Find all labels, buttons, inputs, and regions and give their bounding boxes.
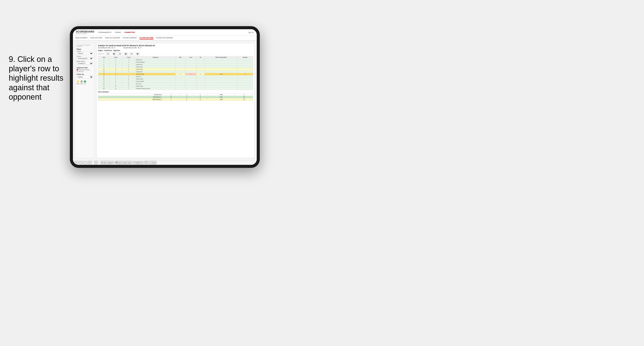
opponents-filter-label: Opponents:: [98, 53, 104, 54]
table-row[interactable]: 19106Emily Chang: [98, 85, 253, 87]
table-row[interactable]: 914Sharon Mun: [98, 66, 253, 68]
right-panel: Katelyn Vo Head-to-Head Grid for Women's…: [96, 43, 254, 158]
col-win: Win: [176, 56, 185, 59]
filters-row: Region Conference Opponent: [98, 50, 253, 52]
separator-1: [93, 162, 93, 164]
tablet-screen: SCOREBOARD Powered by clippd TOURNAMENTS…: [73, 29, 257, 165]
table-row[interactable]: 1691Jessica Mason: [98, 80, 253, 83]
opponent-view-title: Opponent view: [77, 67, 93, 68]
player-rank-label: Player (Rank): [77, 61, 93, 62]
nav-link-tournaments[interactable]: TOURNAMENTS: [98, 31, 111, 34]
logo-sub: Powered by clippd: [76, 33, 94, 34]
nav-links: TOURNAMENTS TEAMS COMMITTEE: [98, 31, 244, 34]
player-section-title: Player: [77, 48, 93, 50]
timestamp-time: 16:55:38: [77, 46, 93, 47]
player-rank-select[interactable]: 8. Katelyn Vo: [77, 62, 93, 65]
legend-level-circle: [80, 80, 83, 83]
gender-select[interactable]: Women's: [77, 52, 93, 55]
division-record: Division Record: 331 - 34 - 6: [124, 47, 141, 48]
opponent-filter-group: Opponent: [113, 50, 120, 52]
table-row[interactable]: 20117Federica Domecq Lacroze: [98, 87, 253, 90]
radio-top-100[interactable]: Top 100: [77, 71, 93, 72]
table-row[interactable]: 1585Stella Cheng: [98, 78, 253, 80]
col-opponent: Opponent: [135, 56, 176, 59]
sub-nav-team-summary[interactable]: TEAM SUMMARY: [75, 37, 88, 39]
table-row[interactable]: 1822Euna Lee: [98, 83, 253, 85]
save-custom-btn[interactable]: 💾 Save Custom View: [114, 161, 132, 164]
redo-btn[interactable]: ↷: [79, 161, 82, 164]
sign-out[interactable]: Sign out: [248, 32, 254, 33]
sub-nav-player-h2h-grid[interactable]: PLAYER H2H GRID: [140, 37, 153, 39]
opponents-filter-select[interactable]: (All): [106, 52, 116, 55]
legend-level-label: Level: [80, 83, 83, 84]
table-row[interactable]: 613Sydney Kuo: [98, 63, 253, 66]
col-conf: # Conf: [122, 56, 135, 59]
panel-timestamp: Last Updated: 27/03/2024 16:55:38: [77, 44, 93, 47]
list-item: Foreign Team1004.5002: [98, 94, 253, 96]
col-loss: Loss: [185, 56, 196, 59]
sub-nav-player-summary[interactable]: PLAYER SUMMARY: [123, 37, 137, 39]
list-item: NAIA Division 115009.26730: [98, 96, 253, 98]
undo-btn[interactable]: ↶: [75, 161, 78, 164]
division-label: Division: [77, 56, 93, 57]
out-div-table: Foreign Team1004.5002NAIA Division 11500…: [98, 93, 253, 101]
nav-link-committee[interactable]: COMMITTEE: [124, 31, 135, 34]
toolbar: ↶ ↷ → ☵ ⟳ ▶ View: Original 💾 Save Custom…: [73, 160, 257, 165]
radio-opponents-played[interactable]: Opponents Played: [77, 69, 93, 70]
col-diff: Diff Av Strokes/Rnd: [205, 56, 238, 59]
watch-btn[interactable]: 👁 Watch ▼: [133, 161, 144, 164]
table-row[interactable]: 1474Eunice Yi: [98, 75, 253, 78]
watch-label: Watch: [136, 162, 140, 164]
annotation-text: 9. Click on a player's row to highlight …: [9, 54, 78, 102]
view-original-label: View: Original: [103, 162, 113, 164]
sub-nav-team-h2h-heatmap[interactable]: TEAM H2H HEATMAP: [105, 37, 120, 39]
forward-btn[interactable]: →: [84, 161, 87, 164]
legend-down: Down: [77, 80, 80, 84]
gender-label: Gender: [77, 51, 93, 52]
logo-main: SCOREBOARD: [76, 30, 94, 33]
opponent-label: Opponent: [113, 50, 120, 51]
separator-2: [99, 162, 99, 164]
table-row[interactable]: 522Alexis Sudjianto: [98, 61, 253, 63]
radio-dot-1: [77, 69, 78, 70]
conference-label: Conference: [104, 50, 112, 51]
sub-nav-player-h2h-heatmap[interactable]: PLAYER H2H HEATMAP: [156, 37, 173, 39]
out-of-division-title: Out of division: [98, 91, 253, 93]
layout-btn[interactable]: ☰: [144, 161, 148, 164]
opponent-filter-select[interactable]: (All): [129, 52, 140, 55]
table-row[interactable]: 1311Heejin Hyun: [98, 71, 253, 73]
sub-nav-team-h2h-grid[interactable]: TEAM H2H GRID: [90, 37, 102, 39]
table-row[interactable]: 131Jessica Huang010-3.002: [98, 73, 253, 75]
radio-label-2: Top 100: [78, 71, 83, 72]
region-filter-group: Region: [98, 50, 103, 52]
tablet-frame: SCOREBOARD Powered by clippd TOURNAMENTS…: [70, 26, 260, 168]
view-original-btn[interactable]: ▶ View: Original: [101, 161, 114, 164]
nav-bar: SCOREBOARD Powered by clippd TOURNAMENTS…: [73, 29, 257, 36]
legend-up: Up: [84, 80, 86, 84]
nav-link-teams[interactable]: TEAMS: [115, 31, 121, 34]
col-tie: Tie: [196, 56, 204, 59]
overall-record: Overall Record: 353 - 34 - 6: [98, 47, 115, 48]
save-custom-label: Save Custom View: [118, 162, 131, 164]
grid-title: Katelyn Vo Head-to-Head Grid for Women's…: [98, 44, 253, 47]
legend-down-label: Down: [77, 83, 80, 84]
grid-table: # Div # Reg # Conf Opponent Win Loss Tie…: [98, 56, 253, 90]
refresh-btn[interactable]: ⟳: [94, 161, 98, 164]
col-div: # Div: [98, 56, 110, 59]
legend-up-label: Up: [84, 83, 86, 84]
division-select[interactable]: NCAA Division III: [77, 57, 93, 60]
legend-down-circle: [77, 80, 79, 83]
colour-by-select[interactable]: Win/loss: [77, 76, 93, 78]
legend: Down Level Up: [77, 80, 93, 84]
copy-btn[interactable]: ☵: [88, 161, 92, 164]
table-row[interactable]: 321Esther Lee: [98, 59, 253, 61]
sub-nav: TEAM SUMMARY TEAM H2H GRID TEAM H2H HEAT…: [73, 36, 257, 41]
annotation-container: 9. Click on a player's row to highlight …: [9, 54, 78, 102]
radio-dot-2: [77, 71, 78, 72]
share-label: Share: [152, 162, 156, 164]
col-reg: # Reg: [109, 56, 122, 59]
conference-filter-select[interactable]: (All): [117, 52, 128, 55]
share-btn[interactable]: ⇧ Share: [149, 161, 157, 164]
table-row[interactable]: 1063Andrea York: [98, 68, 253, 71]
main-content: Last Updated: 27/03/2024 16:55:38 Player…: [73, 41, 257, 160]
